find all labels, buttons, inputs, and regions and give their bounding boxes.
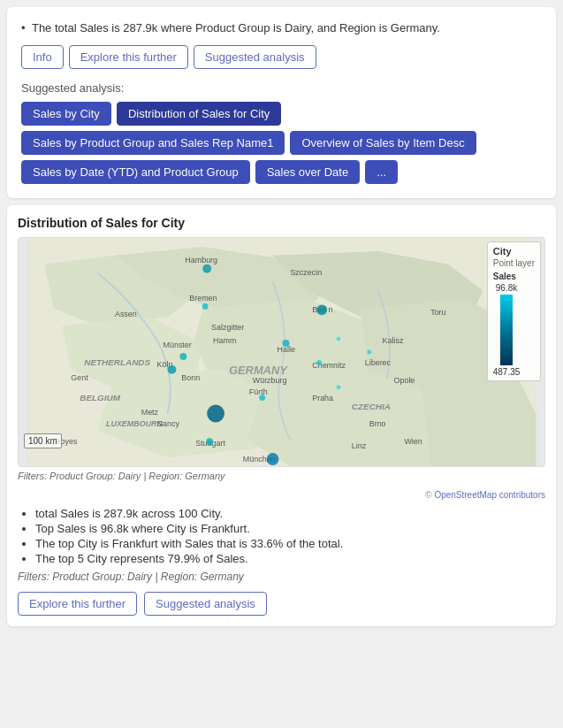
map-container: NETHERLANDS BELGIUM LUXEMBOURG GERMANY C… — [18, 237, 545, 467]
sales-by-date-ytd-btn[interactable]: Sales by Date (YTD) and Product Group — [21, 160, 250, 184]
bullet-3: The top City is Frankfurt with Sales tha… — [35, 537, 545, 550]
svg-text:Bremen: Bremen — [189, 294, 217, 303]
suggested-analysis-bottom-button[interactable]: Suggested analysis — [144, 592, 267, 616]
legend-sales-label: Sales — [493, 272, 535, 281]
svg-text:LUXEMBOURG: LUXEMBOURG — [106, 419, 163, 428]
legend-max: 96.8k — [496, 283, 517, 293]
legend-gradient — [500, 295, 513, 365]
map-attribution: © OpenStreetMap contributors — [18, 490, 545, 500]
info-button[interactable]: Info — [21, 45, 64, 69]
distribution-sales-city-btn[interactable]: Distribution of Sales for City — [117, 102, 281, 126]
explore-further-button[interactable]: Explore this further — [69, 45, 188, 69]
svg-point-52 — [282, 340, 289, 347]
svg-point-54 — [316, 360, 322, 365]
map-legend: City Point layer Sales 96.8k 487.35 — [487, 241, 541, 381]
svg-text:Hamburg: Hamburg — [185, 256, 217, 264]
map-bullets: total Sales is 287.9k across 100 City. T… — [18, 507, 545, 565]
sales-by-product-group-btn[interactable]: Sales by Product Group and Sales Rep Nam… — [21, 131, 285, 155]
legend-point-layer: Point layer — [493, 258, 535, 268]
svg-point-51 — [202, 303, 209, 310]
svg-text:Fürth: Fürth — [249, 387, 268, 396]
overview-sales-item-btn[interactable]: Overview of Sales by Item Desc — [290, 131, 476, 155]
bullet-1: total Sales is 287.9k across 100 City. — [35, 507, 545, 520]
svg-point-47 — [202, 264, 211, 273]
svg-point-46 — [267, 453, 279, 465]
svg-text:Gent: Gent — [71, 373, 88, 382]
svg-point-56 — [337, 385, 341, 389]
scale-bar: 100 km — [24, 433, 62, 448]
analysis-buttons-group: Sales by City Distribution of Sales for … — [21, 102, 542, 184]
svg-text:Praha: Praha — [312, 394, 333, 402]
svg-text:NETHERLANDS: NETHERLANDS — [84, 357, 150, 367]
svg-text:CZECHIA: CZECHIA — [352, 402, 391, 411]
sales-over-date-btn[interactable]: Sales over Date — [255, 160, 361, 184]
legend-min: 487.35 — [493, 367, 521, 377]
svg-point-50 — [206, 438, 213, 445]
svg-point-49 — [179, 353, 186, 360]
svg-text:BELGIUM: BELGIUM — [80, 393, 120, 402]
map-svg: NETHERLANDS BELGIUM LUXEMBOURG GERMANY C… — [19, 238, 544, 466]
svg-text:Würzburg: Würzburg — [253, 376, 287, 385]
svg-text:GERMANY: GERMANY — [229, 364, 288, 377]
svg-text:Bonn: Bonn — [181, 373, 200, 382]
svg-text:Hamm: Hamm — [213, 336, 236, 345]
svg-text:Münster: Münster — [164, 341, 192, 349]
top-card: • The total Sales is 287.9k where Produc… — [7, 7, 556, 198]
frankfurt-point — [207, 405, 224, 423]
explore-this-further-button[interactable]: Explore this further — [18, 592, 137, 616]
svg-marker-10 — [422, 379, 536, 466]
suggested-analysis-button[interactable]: Suggested analysis — [194, 45, 316, 69]
svg-point-55 — [367, 350, 371, 355]
svg-text:Liberec: Liberec — [365, 358, 392, 367]
filter-bottom: Filters: Product Group: Dairy | Region: … — [18, 571, 545, 583]
svg-point-48 — [168, 365, 177, 374]
svg-text:Szczecin: Szczecin — [290, 268, 322, 277]
svg-text:Linz: Linz — [352, 441, 367, 450]
map-card: Distribution of Sales for City NETHERLAN… — [7, 205, 556, 626]
svg-point-45 — [316, 304, 327, 315]
svg-text:Toru: Toru — [430, 308, 445, 317]
svg-text:Wien: Wien — [404, 437, 422, 446]
svg-text:Metz: Metz — [141, 408, 159, 417]
svg-text:Salzgitter: Salzgitter — [211, 323, 244, 332]
more-btn[interactable]: ... — [365, 160, 398, 184]
map-title: Distribution of Sales for City — [18, 216, 545, 230]
bullet-2: Top Sales is 96.8k where City is Frankfu… — [35, 522, 545, 535]
info-text: • The total Sales is 287.9k where Produc… — [21, 21, 542, 34]
map-filter-top: Filters: Product Group: Dairy | Region: … — [18, 471, 545, 481]
top-action-buttons: Info Explore this further Suggested anal… — [21, 45, 542, 69]
svg-text:Kalisz: Kalisz — [383, 336, 404, 345]
suggested-label: Suggested analysis: — [21, 81, 542, 95]
sales-by-city-btn[interactable]: Sales by City — [21, 102, 111, 126]
bullet-4: The top 5 City represents 79.9% of Sales… — [35, 552, 545, 565]
openstreetmap-link[interactable]: OpenStreetMap contributors — [434, 490, 545, 500]
svg-text:Assen: Assen — [115, 310, 137, 318]
legend-city-label: City — [493, 246, 535, 257]
svg-text:Brno: Brno — [369, 419, 386, 428]
svg-point-53 — [259, 395, 265, 401]
svg-text:Opole: Opole — [394, 376, 415, 385]
svg-point-57 — [337, 337, 341, 341]
svg-text:Nancy: Nancy — [157, 419, 180, 428]
bottom-buttons: Explore this further Suggested analysis — [18, 592, 545, 616]
